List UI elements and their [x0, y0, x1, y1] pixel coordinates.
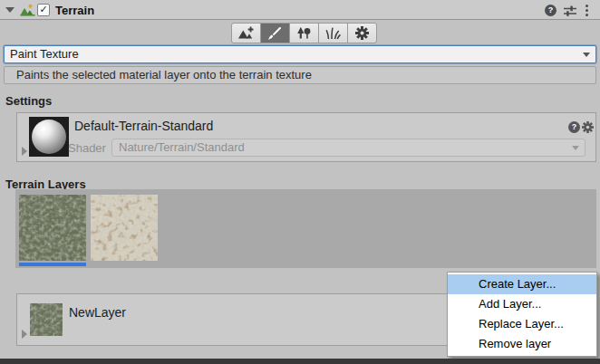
- terrain-layers-palette: [15, 189, 596, 268]
- paint-brush-icon: [267, 26, 283, 41]
- selected-layer-indicator: [19, 263, 86, 266]
- tool-help-text: Paints the selected material layer onto …: [16, 68, 312, 81]
- component-header: ✓ Terrain ?: [0, 0, 600, 20]
- gear-icon: [355, 26, 369, 40]
- component-enabled-checkbox[interactable]: ✓: [37, 4, 50, 16]
- terrain-settings-button[interactable]: [347, 23, 377, 43]
- material-sphere-thumbnail: [32, 120, 66, 154]
- header-help-icon[interactable]: ?: [545, 5, 556, 16]
- shader-dropdown: Nature/Terrain/Standard: [111, 139, 585, 157]
- chevron-down-icon: [583, 53, 590, 57]
- more-menu-icon[interactable]: [585, 5, 588, 18]
- next-window-edge: [0, 359, 600, 364]
- terrain-inspector: ✓ Terrain ?: [0, 0, 600, 364]
- menu-item-replace-layer[interactable]: Replace Layer...: [448, 314, 596, 334]
- paint-tool-dropdown-value: Paint Texture: [10, 47, 79, 61]
- terrain-tool-toolbar: [231, 23, 377, 43]
- material-help-icon[interactable]: ?: [568, 121, 580, 133]
- material-box: Default-Terrain-Standard Shader Nature/T…: [16, 112, 596, 162]
- settings-section-label: Settings: [5, 94, 52, 108]
- component-title: Terrain: [55, 4, 94, 17]
- terrain-component-icon: [20, 4, 35, 20]
- new-layer-foldout-icon[interactable]: [22, 330, 27, 339]
- layer-context-menu: Create Layer... Add Layer... Replace Lay…: [447, 272, 597, 357]
- menu-item-create-layer[interactable]: Create Layer...: [448, 274, 596, 294]
- new-layer-thumbnail[interactable]: [30, 303, 63, 336]
- mountain-add-icon: [237, 26, 255, 40]
- terrain-layer-thumbnail-green[interactable]: [19, 195, 86, 261]
- menu-item-add-layer[interactable]: Add Layer...: [448, 294, 596, 314]
- material-name: Default-Terrain-Standard: [74, 119, 213, 133]
- chevron-down-icon: [572, 146, 579, 150]
- paint-details-button[interactable]: [318, 23, 348, 43]
- foldout-open-icon[interactable]: [5, 7, 15, 13]
- paint-trees-button[interactable]: [289, 23, 319, 43]
- tool-help-box: Paints the selected material layer onto …: [4, 66, 596, 84]
- material-gear-icon[interactable]: [582, 120, 594, 137]
- terrain-layer-thumbnail-rock[interactable]: [91, 195, 158, 261]
- create-neighbor-terrains-button[interactable]: [231, 23, 261, 43]
- new-layer-name: NewLayer: [69, 305, 126, 320]
- shader-dropdown-value: Nature/Terrain/Standard: [119, 140, 245, 154]
- material-foldout-icon[interactable]: [22, 147, 27, 156]
- material-preview[interactable]: [29, 117, 69, 157]
- presets-icon[interactable]: [564, 5, 576, 21]
- paint-tool-dropdown[interactable]: Paint Texture: [4, 45, 596, 63]
- grass-icon: [325, 26, 341, 40]
- trees-icon: [296, 26, 312, 40]
- paint-terrain-button[interactable]: [260, 23, 290, 43]
- menu-item-remove-layer[interactable]: Remove layer: [448, 334, 596, 354]
- shader-label: Shader: [68, 141, 106, 155]
